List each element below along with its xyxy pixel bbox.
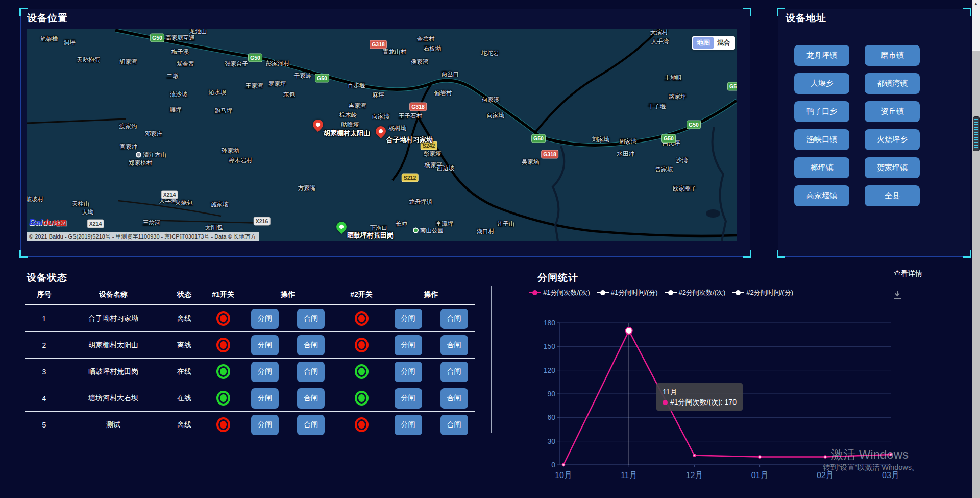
map-place-label: 笔架槽 xyxy=(40,35,58,43)
address-button-大堰乡[interactable]: 大堰乡 xyxy=(794,73,849,94)
svg-text:120: 120 xyxy=(544,366,556,374)
map-place-label: 何家溪 xyxy=(482,96,500,104)
cell-switch2 xyxy=(335,311,388,326)
open-switch2-button[interactable]: 分闸 xyxy=(395,388,422,409)
map-place-label: 长冲 xyxy=(396,220,407,228)
legend-item[interactable]: #2分闸次数/(次) xyxy=(665,288,726,297)
open-switch2-button[interactable]: 分闸 xyxy=(395,335,422,355)
open-switch1-button[interactable]: 分闸 xyxy=(251,309,279,329)
address-button-高家堰镇[interactable]: 高家堰镇 xyxy=(794,185,849,206)
road-badge-g50: G50 xyxy=(315,74,329,83)
map-place-label: 樟木岩村 xyxy=(229,157,252,164)
open-switch2-button[interactable]: 分闸 xyxy=(395,309,422,329)
cell-index: 1 xyxy=(25,315,63,323)
scrollbar-up-arrow[interactable]: ▲ xyxy=(972,1,980,6)
column-header-4: 操作 xyxy=(241,290,335,299)
map-place-label: 向家湾 xyxy=(372,113,390,121)
cell-status: 在线 xyxy=(163,367,205,376)
open-switch2-button[interactable]: 分闸 xyxy=(395,362,422,382)
chart-tooltip: 11月 #1分闸次数/(次): 170 xyxy=(656,383,743,411)
map-type-toggle[interactable]: 地图 混合 xyxy=(692,36,735,50)
cell-device-name: 测试 xyxy=(63,420,163,430)
baidu-logo-bai: Bai xyxy=(29,218,42,227)
close-switch2-button[interactable]: 合闸 xyxy=(440,415,468,435)
close-switch1-button[interactable]: 合闸 xyxy=(297,335,325,355)
address-button-榔坪镇[interactable]: 榔坪镇 xyxy=(794,157,849,178)
cell-ops2: 分闸合闸 xyxy=(388,388,474,409)
road-badge-g50: G50 xyxy=(727,82,737,91)
baidu-logo-map: 地图 xyxy=(53,219,66,227)
close-switch1-button[interactable]: 合闸 xyxy=(297,309,325,329)
scrollbar-track-top xyxy=(972,0,980,51)
cell-ops2: 分闸合闸 xyxy=(388,335,474,355)
close-switch2-button[interactable]: 合闸 xyxy=(440,362,468,382)
address-button-鸭子口乡[interactable]: 鸭子口乡 xyxy=(794,101,849,122)
scrollbar-thumb[interactable] xyxy=(973,116,980,151)
view-details-link[interactable]: 查看详情 xyxy=(894,269,922,278)
open-switch1-button[interactable]: 分闸 xyxy=(251,335,279,355)
cell-ops1: 分闸合闸 xyxy=(241,335,335,355)
open-switch1-button[interactable]: 分闸 xyxy=(251,362,279,382)
map-place-label: 向家坳 xyxy=(487,112,505,120)
cell-switch1 xyxy=(205,391,241,406)
map-place-label: 梅子溪 xyxy=(172,48,189,56)
address-button-资丘镇[interactable]: 资丘镇 xyxy=(865,101,920,122)
map-place-label: 腰坪 xyxy=(170,106,182,114)
map-place-label: 咕噜垭 xyxy=(341,121,359,129)
corner-decoration xyxy=(963,250,971,258)
legend-item-active[interactable]: #1分闸次数/(次) xyxy=(529,288,590,297)
close-switch1-button[interactable]: 合闸 xyxy=(297,415,325,435)
device-location-title: 设备位置 xyxy=(27,12,68,25)
map-place-label: 人手湾 xyxy=(651,38,669,45)
cell-status: 在线 xyxy=(163,394,205,403)
legend-marker-icon xyxy=(597,290,609,296)
address-button-贺家坪镇[interactable]: 贺家坪镇 xyxy=(865,157,920,178)
svg-text:01月: 01月 xyxy=(751,471,769,480)
legend-item[interactable]: #1分闸时间/(分) xyxy=(597,288,658,297)
address-button-渔峡口镇[interactable]: 渔峡口镇 xyxy=(794,129,849,150)
svg-text:0: 0 xyxy=(551,461,555,469)
close-switch2-button[interactable]: 合闸 xyxy=(440,335,468,355)
close-switch2-button[interactable]: 合闸 xyxy=(440,388,468,409)
svg-text:30: 30 xyxy=(547,437,555,445)
column-header-1: 设备名称 xyxy=(63,290,163,299)
table-row: 5测试离线分闸合闸分闸合闸 xyxy=(25,412,475,438)
address-button-磨市镇[interactable]: 磨市镇 xyxy=(865,45,920,66)
cell-device-name: 胡家棚村太阳山 xyxy=(63,341,163,350)
map-place-label: 龙池山 xyxy=(189,29,207,35)
legend-label: #1分闸时间/(分) xyxy=(611,288,658,297)
table-scrollbar[interactable] xyxy=(491,286,492,433)
open-switch2-button[interactable]: 分闸 xyxy=(395,415,422,435)
legend-label: #2分闸时间/(分) xyxy=(746,288,793,297)
map-place-label: 沁水坝 xyxy=(209,89,227,97)
page-scrollbar[interactable]: ▲ xyxy=(972,0,980,498)
map-place-label: 二墩 xyxy=(167,73,179,80)
close-switch1-button[interactable]: 合闸 xyxy=(297,388,325,409)
map-place-label: 洞坪 xyxy=(64,39,76,46)
close-switch2-button[interactable]: 合闸 xyxy=(440,309,468,329)
address-button-全县[interactable]: 全县 xyxy=(865,185,920,206)
map-place-label: 天鹅抱蛋 xyxy=(77,56,100,64)
map-place-label: 杨树坳 xyxy=(389,125,407,132)
map-place-label: 吴家垴 xyxy=(522,158,540,166)
map-place-label: 阴坡坡村 xyxy=(27,196,43,203)
baidu-map[interactable]: 笔架槽洞坪天鹅抱蛋胡家湾高家堰互通梅子溪紫金寨二墩龙池山张家台子彭家河村千家岭王… xyxy=(27,29,737,241)
map-place-label: 东包 xyxy=(283,91,295,99)
open-switch1-button[interactable]: 分闸 xyxy=(251,415,279,435)
legend-label: #1分闸次数/(次) xyxy=(543,288,590,297)
cell-ops1: 分闸合闸 xyxy=(241,362,335,382)
map-place-label: 曾家坡 xyxy=(655,165,673,173)
cell-ops2: 分闸合闸 xyxy=(388,362,474,382)
cell-switch1 xyxy=(205,338,241,352)
open-switch1-button[interactable]: 分闸 xyxy=(251,388,279,409)
close-switch1-button[interactable]: 合闸 xyxy=(297,362,325,382)
address-button-龙舟坪镇[interactable]: 龙舟坪镇 xyxy=(794,45,849,66)
map-type-map[interactable]: 地图 xyxy=(693,37,714,49)
address-button-都镇湾镇[interactable]: 都镇湾镇 xyxy=(865,73,920,94)
address-button-火烧坪乡[interactable]: 火烧坪乡 xyxy=(865,129,920,150)
legend-item[interactable]: #2分闸时间/(分) xyxy=(732,288,793,297)
map-place-label: 罗家坪 xyxy=(268,80,286,88)
download-icon[interactable] xyxy=(892,289,902,302)
road-badge-g50: G50 xyxy=(248,54,262,62)
map-type-hybrid[interactable]: 混合 xyxy=(714,37,734,49)
